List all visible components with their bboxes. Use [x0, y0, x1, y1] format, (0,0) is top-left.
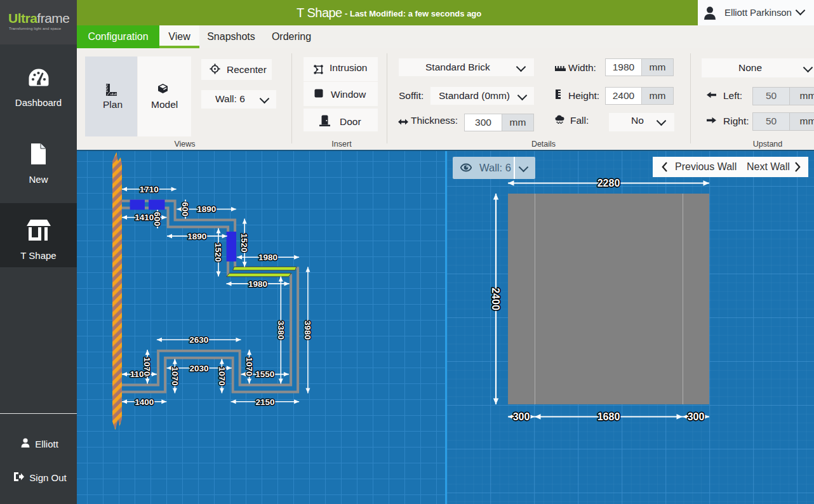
svg-text:600: 600 — [152, 212, 162, 227]
svg-text:1520: 1520 — [239, 233, 249, 252]
svg-text:1980: 1980 — [248, 279, 267, 289]
svg-text:3380: 3380 — [276, 321, 286, 340]
svg-text:1680: 1680 — [597, 411, 620, 422]
svg-text:2150: 2150 — [255, 397, 274, 407]
svg-text:3980: 3980 — [303, 321, 312, 340]
svg-text:1070: 1070 — [217, 366, 227, 385]
svg-text:2030: 2030 — [190, 364, 209, 373]
svg-text:2400: 2400 — [490, 288, 501, 310]
svg-text:300: 300 — [513, 411, 530, 422]
svg-text:1980: 1980 — [258, 253, 277, 262]
svg-text:2630: 2630 — [189, 335, 208, 345]
svg-text:1410: 1410 — [135, 213, 154, 222]
svg-text:300: 300 — [688, 411, 705, 422]
svg-text:1070: 1070 — [244, 357, 254, 376]
svg-text:1520: 1520 — [213, 242, 223, 262]
svg-text:1890: 1890 — [197, 204, 216, 214]
svg-text:1400: 1400 — [135, 397, 154, 407]
svg-text:1550: 1550 — [255, 369, 274, 379]
svg-text:600: 600 — [180, 202, 190, 216]
svg-text:1070: 1070 — [142, 357, 152, 376]
svg-text:1070: 1070 — [170, 366, 180, 385]
svg-text:1710: 1710 — [140, 185, 159, 194]
svg-text:1890: 1890 — [187, 232, 206, 241]
svg-text:2280: 2280 — [597, 178, 620, 189]
